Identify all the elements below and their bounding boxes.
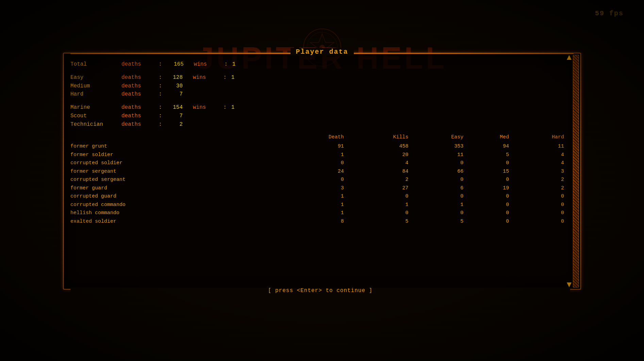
table-header-row: Death Kills Easy Med Hard — [70, 134, 567, 143]
monster-med: 0 — [466, 201, 512, 209]
table-row: hellish commando 1 0 0 0 0 — [70, 209, 567, 218]
total-wins-colon: : — [221, 60, 232, 69]
monster-easy: 0 — [411, 209, 466, 218]
monster-death: 0 — [282, 176, 347, 184]
easy-row: Easy deaths : 128 wins : 1 — [70, 73, 567, 82]
difficulty-section: Easy deaths : 128 wins : 1 Medium deaths… — [70, 73, 567, 99]
table-row: corrupted sergeant 0 2 0 0 2 — [70, 176, 567, 184]
monster-hard: 3 — [512, 168, 567, 176]
monster-kills: 20 — [347, 151, 411, 159]
monster-easy: 11 — [411, 151, 466, 159]
monster-med: 19 — [466, 184, 512, 193]
table-row: former soldier 1 20 11 5 4 — [70, 151, 567, 159]
scout-row: Scout deaths : 7 — [70, 112, 567, 120]
col-header-easy: Easy — [411, 134, 466, 143]
monster-easy: 66 — [411, 168, 466, 176]
monster-med: 0 — [466, 159, 512, 168]
monster-hard: 0 — [512, 201, 567, 209]
monster-name: corrupted commando — [70, 201, 282, 209]
monster-med: 0 — [466, 176, 512, 184]
scout-deaths-colon: : — [155, 112, 166, 120]
total-deaths-colon: : — [155, 60, 167, 69]
monster-death: 1 — [282, 192, 347, 201]
player-data-panel: Player data Total deaths : 165 wins : 1 … — [63, 53, 581, 290]
total-deaths-val: 165 — [167, 60, 187, 69]
easy-wins-key: wins — [193, 73, 220, 82]
marine-deaths-colon: : — [155, 103, 166, 112]
monster-kills: 84 — [347, 168, 411, 176]
monster-med: 0 — [466, 192, 512, 201]
monster-easy: 6 — [411, 184, 466, 193]
table-row: corrupted guard 1 0 0 0 0 — [70, 192, 567, 201]
monster-kills: 5 — [347, 218, 411, 226]
monster-kills: 458 — [347, 142, 411, 151]
class-section: Marine deaths : 154 wins : 1 Scout death… — [70, 103, 567, 128]
marine-row: Marine deaths : 154 wins : 1 — [70, 103, 567, 112]
monster-death: 24 — [282, 168, 347, 176]
table-row: former sergeant 24 84 66 15 3 — [70, 168, 567, 176]
monster-easy: 0 — [411, 176, 466, 184]
monster-table-section: Death Kills Easy Med Hard former grunt 9… — [70, 134, 567, 226]
easy-wins-val: 1 — [231, 73, 235, 82]
marine-label: Marine — [70, 103, 121, 112]
monster-death: 1 — [282, 209, 347, 218]
monster-kills: 2 — [347, 176, 411, 184]
easy-deaths-colon: : — [155, 73, 166, 82]
monster-med: 0 — [466, 209, 512, 218]
monster-death: 8 — [282, 218, 347, 226]
monster-med: 0 — [466, 218, 512, 226]
monster-kills: 4 — [347, 159, 411, 168]
technician-label: Technician — [70, 120, 121, 129]
medium-deaths-colon: : — [155, 82, 166, 90]
monster-death: 0 — [282, 159, 347, 168]
monster-table: Death Kills Easy Med Hard former grunt 9… — [70, 134, 567, 226]
monster-death: 1 — [282, 151, 347, 159]
hard-deaths-key: deaths — [121, 90, 155, 99]
monster-name: former guard — [70, 184, 282, 193]
panel-title: Player data — [290, 48, 353, 56]
col-header-kills: Kills — [347, 134, 411, 143]
monster-name: corrupted soldier — [70, 159, 282, 168]
col-header-hard: Hard — [512, 134, 567, 143]
scout-deaths-val: 7 — [166, 112, 186, 120]
monster-kills: 1 — [347, 201, 411, 209]
col-header-name — [70, 134, 282, 143]
monster-med: 94 — [466, 142, 512, 151]
technician-row: Technician deaths : 2 — [70, 120, 567, 129]
monster-name: hellish commando — [70, 209, 282, 218]
footer-bar[interactable]: [ press <Enter> to continue ] — [70, 288, 570, 294]
monster-easy: 1 — [411, 201, 466, 209]
scout-deaths-key: deaths — [121, 112, 155, 120]
total-row: Total deaths : 165 wins : 1 — [70, 60, 567, 69]
total-wins-key: wins — [194, 60, 221, 69]
fps-counter: 59 fps — [595, 10, 624, 17]
panel-content: Total deaths : 165 wins : 1 Easy deaths … — [64, 53, 580, 237]
hard-row: Hard deaths : 7 — [70, 90, 567, 99]
monster-easy: 0 — [411, 159, 466, 168]
easy-deaths-val: 128 — [166, 73, 186, 82]
monster-death: 1 — [282, 201, 347, 209]
scrollbar[interactable] — [573, 55, 579, 288]
monster-med: 15 — [466, 168, 512, 176]
marine-wins-key: wins — [193, 103, 220, 112]
monster-name: former sergeant — [70, 168, 282, 176]
col-header-med: Med — [466, 134, 512, 143]
technician-deaths-val: 2 — [166, 120, 186, 129]
monster-name: former soldier — [70, 151, 282, 159]
hard-deaths-val: 7 — [166, 90, 186, 99]
hard-deaths-colon: : — [155, 90, 166, 99]
easy-label: Easy — [70, 73, 121, 82]
scroll-down-indicator — [567, 282, 572, 287]
monster-kills: 0 — [347, 192, 411, 201]
table-row: former grunt 91 458 353 94 11 — [70, 142, 567, 151]
monster-hard: 0 — [512, 209, 567, 218]
col-header-death: Death — [282, 134, 347, 143]
monster-hard: 4 — [512, 151, 567, 159]
table-row: corrupted commando 1 1 1 0 0 — [70, 201, 567, 209]
easy-deaths-key: deaths — [121, 73, 155, 82]
total-label: Total — [70, 60, 121, 69]
marine-wins-val: 1 — [231, 103, 235, 112]
monster-easy: 5 — [411, 218, 466, 226]
table-row: former guard 3 27 6 19 2 — [70, 184, 567, 193]
monster-hard: 2 — [512, 176, 567, 184]
